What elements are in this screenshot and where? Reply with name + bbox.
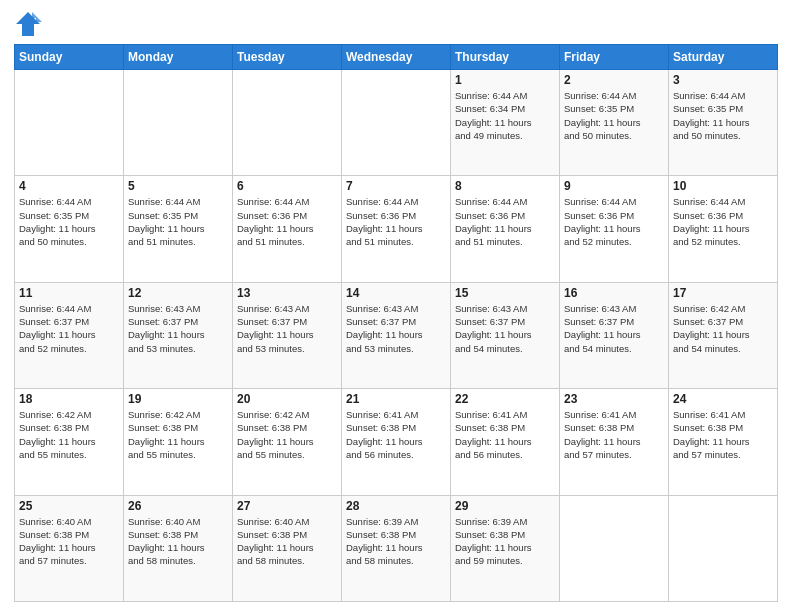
- calendar-cell: 15Sunrise: 6:43 AM Sunset: 6:37 PM Dayli…: [451, 282, 560, 388]
- day-info: Sunrise: 6:40 AM Sunset: 6:38 PM Dayligh…: [237, 515, 337, 568]
- calendar-cell: 29Sunrise: 6:39 AM Sunset: 6:38 PM Dayli…: [451, 495, 560, 601]
- day-number: 3: [673, 73, 773, 87]
- day-number: 10: [673, 179, 773, 193]
- day-number: 22: [455, 392, 555, 406]
- day-info: Sunrise: 6:39 AM Sunset: 6:38 PM Dayligh…: [346, 515, 446, 568]
- day-number: 21: [346, 392, 446, 406]
- day-info: Sunrise: 6:44 AM Sunset: 6:36 PM Dayligh…: [237, 195, 337, 248]
- day-number: 23: [564, 392, 664, 406]
- day-info: Sunrise: 6:44 AM Sunset: 6:35 PM Dayligh…: [19, 195, 119, 248]
- day-number: 9: [564, 179, 664, 193]
- calendar-body: 1Sunrise: 6:44 AM Sunset: 6:34 PM Daylig…: [15, 70, 778, 602]
- day-info: Sunrise: 6:41 AM Sunset: 6:38 PM Dayligh…: [455, 408, 555, 461]
- day-info: Sunrise: 6:41 AM Sunset: 6:38 PM Dayligh…: [564, 408, 664, 461]
- calendar-cell: 11Sunrise: 6:44 AM Sunset: 6:37 PM Dayli…: [15, 282, 124, 388]
- day-number: 18: [19, 392, 119, 406]
- day-number: 24: [673, 392, 773, 406]
- day-number: 16: [564, 286, 664, 300]
- logo-icon: [14, 10, 42, 38]
- day-number: 11: [19, 286, 119, 300]
- day-info: Sunrise: 6:44 AM Sunset: 6:35 PM Dayligh…: [564, 89, 664, 142]
- logo: [14, 10, 46, 38]
- calendar-cell: 12Sunrise: 6:43 AM Sunset: 6:37 PM Dayli…: [124, 282, 233, 388]
- day-number: 13: [237, 286, 337, 300]
- day-info: Sunrise: 6:43 AM Sunset: 6:37 PM Dayligh…: [455, 302, 555, 355]
- day-info: Sunrise: 6:42 AM Sunset: 6:38 PM Dayligh…: [128, 408, 228, 461]
- calendar-cell: [124, 70, 233, 176]
- calendar-cell: 1Sunrise: 6:44 AM Sunset: 6:34 PM Daylig…: [451, 70, 560, 176]
- day-number: 1: [455, 73, 555, 87]
- day-info: Sunrise: 6:44 AM Sunset: 6:34 PM Dayligh…: [455, 89, 555, 142]
- day-info: Sunrise: 6:44 AM Sunset: 6:36 PM Dayligh…: [455, 195, 555, 248]
- day-info: Sunrise: 6:44 AM Sunset: 6:36 PM Dayligh…: [673, 195, 773, 248]
- calendar-cell: [15, 70, 124, 176]
- calendar-cell: 5Sunrise: 6:44 AM Sunset: 6:35 PM Daylig…: [124, 176, 233, 282]
- weekday-header: Monday: [124, 45, 233, 70]
- calendar-cell: 21Sunrise: 6:41 AM Sunset: 6:38 PM Dayli…: [342, 389, 451, 495]
- weekday-header: Friday: [560, 45, 669, 70]
- calendar-cell: 13Sunrise: 6:43 AM Sunset: 6:37 PM Dayli…: [233, 282, 342, 388]
- calendar-week: 25Sunrise: 6:40 AM Sunset: 6:38 PM Dayli…: [15, 495, 778, 601]
- day-number: 17: [673, 286, 773, 300]
- day-info: Sunrise: 6:39 AM Sunset: 6:38 PM Dayligh…: [455, 515, 555, 568]
- day-info: Sunrise: 6:40 AM Sunset: 6:38 PM Dayligh…: [19, 515, 119, 568]
- day-info: Sunrise: 6:44 AM Sunset: 6:36 PM Dayligh…: [346, 195, 446, 248]
- calendar-cell: 23Sunrise: 6:41 AM Sunset: 6:38 PM Dayli…: [560, 389, 669, 495]
- calendar-cell: 8Sunrise: 6:44 AM Sunset: 6:36 PM Daylig…: [451, 176, 560, 282]
- day-info: Sunrise: 6:42 AM Sunset: 6:38 PM Dayligh…: [237, 408, 337, 461]
- day-number: 26: [128, 499, 228, 513]
- calendar-cell: 10Sunrise: 6:44 AM Sunset: 6:36 PM Dayli…: [669, 176, 778, 282]
- calendar-cell: 18Sunrise: 6:42 AM Sunset: 6:38 PM Dayli…: [15, 389, 124, 495]
- day-info: Sunrise: 6:43 AM Sunset: 6:37 PM Dayligh…: [237, 302, 337, 355]
- calendar-cell: 27Sunrise: 6:40 AM Sunset: 6:38 PM Dayli…: [233, 495, 342, 601]
- calendar-cell: 4Sunrise: 6:44 AM Sunset: 6:35 PM Daylig…: [15, 176, 124, 282]
- calendar-week: 11Sunrise: 6:44 AM Sunset: 6:37 PM Dayli…: [15, 282, 778, 388]
- calendar-cell: 16Sunrise: 6:43 AM Sunset: 6:37 PM Dayli…: [560, 282, 669, 388]
- day-number: 8: [455, 179, 555, 193]
- calendar-cell: 9Sunrise: 6:44 AM Sunset: 6:36 PM Daylig…: [560, 176, 669, 282]
- day-info: Sunrise: 6:41 AM Sunset: 6:38 PM Dayligh…: [346, 408, 446, 461]
- calendar-cell: [233, 70, 342, 176]
- day-info: Sunrise: 6:43 AM Sunset: 6:37 PM Dayligh…: [128, 302, 228, 355]
- day-info: Sunrise: 6:43 AM Sunset: 6:37 PM Dayligh…: [564, 302, 664, 355]
- calendar-header: SundayMondayTuesdayWednesdayThursdayFrid…: [15, 45, 778, 70]
- calendar-cell: 7Sunrise: 6:44 AM Sunset: 6:36 PM Daylig…: [342, 176, 451, 282]
- calendar-cell: 28Sunrise: 6:39 AM Sunset: 6:38 PM Dayli…: [342, 495, 451, 601]
- weekday-header: Thursday: [451, 45, 560, 70]
- day-number: 29: [455, 499, 555, 513]
- day-number: 2: [564, 73, 664, 87]
- day-number: 12: [128, 286, 228, 300]
- calendar: SundayMondayTuesdayWednesdayThursdayFrid…: [14, 44, 778, 602]
- day-number: 14: [346, 286, 446, 300]
- calendar-cell: 14Sunrise: 6:43 AM Sunset: 6:37 PM Dayli…: [342, 282, 451, 388]
- day-info: Sunrise: 6:43 AM Sunset: 6:37 PM Dayligh…: [346, 302, 446, 355]
- day-number: 25: [19, 499, 119, 513]
- day-info: Sunrise: 6:44 AM Sunset: 6:36 PM Dayligh…: [564, 195, 664, 248]
- calendar-cell: 22Sunrise: 6:41 AM Sunset: 6:38 PM Dayli…: [451, 389, 560, 495]
- day-number: 5: [128, 179, 228, 193]
- weekday-header: Sunday: [15, 45, 124, 70]
- header: [14, 10, 778, 38]
- day-info: Sunrise: 6:42 AM Sunset: 6:37 PM Dayligh…: [673, 302, 773, 355]
- day-info: Sunrise: 6:44 AM Sunset: 6:35 PM Dayligh…: [673, 89, 773, 142]
- calendar-week: 4Sunrise: 6:44 AM Sunset: 6:35 PM Daylig…: [15, 176, 778, 282]
- calendar-cell: 26Sunrise: 6:40 AM Sunset: 6:38 PM Dayli…: [124, 495, 233, 601]
- calendar-week: 1Sunrise: 6:44 AM Sunset: 6:34 PM Daylig…: [15, 70, 778, 176]
- weekday-header: Tuesday: [233, 45, 342, 70]
- calendar-cell: 17Sunrise: 6:42 AM Sunset: 6:37 PM Dayli…: [669, 282, 778, 388]
- weekday-row: SundayMondayTuesdayWednesdayThursdayFrid…: [15, 45, 778, 70]
- day-number: 4: [19, 179, 119, 193]
- day-number: 20: [237, 392, 337, 406]
- weekday-header: Wednesday: [342, 45, 451, 70]
- calendar-cell: 2Sunrise: 6:44 AM Sunset: 6:35 PM Daylig…: [560, 70, 669, 176]
- day-number: 6: [237, 179, 337, 193]
- day-info: Sunrise: 6:44 AM Sunset: 6:37 PM Dayligh…: [19, 302, 119, 355]
- day-info: Sunrise: 6:42 AM Sunset: 6:38 PM Dayligh…: [19, 408, 119, 461]
- day-info: Sunrise: 6:44 AM Sunset: 6:35 PM Dayligh…: [128, 195, 228, 248]
- calendar-cell: [669, 495, 778, 601]
- calendar-week: 18Sunrise: 6:42 AM Sunset: 6:38 PM Dayli…: [15, 389, 778, 495]
- page: SundayMondayTuesdayWednesdayThursdayFrid…: [0, 0, 792, 612]
- calendar-cell: 20Sunrise: 6:42 AM Sunset: 6:38 PM Dayli…: [233, 389, 342, 495]
- calendar-cell: [560, 495, 669, 601]
- calendar-cell: 25Sunrise: 6:40 AM Sunset: 6:38 PM Dayli…: [15, 495, 124, 601]
